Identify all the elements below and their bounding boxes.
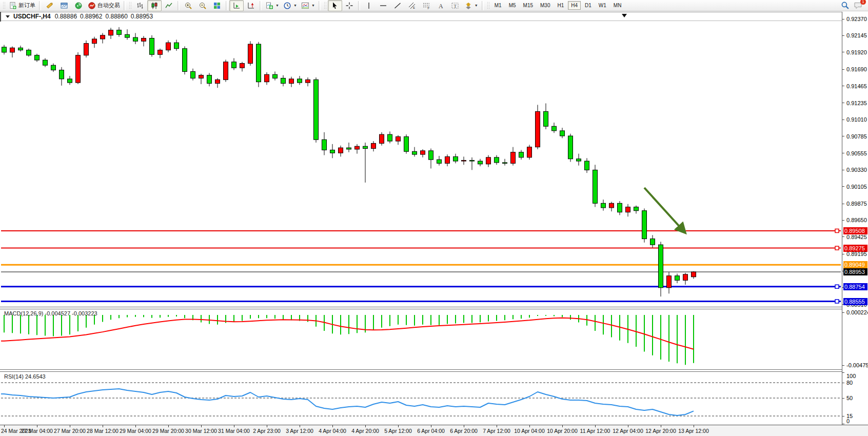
candle-body <box>281 78 286 83</box>
toolbar-separator <box>124 1 126 10</box>
trendline-tool-button[interactable] <box>390 0 405 11</box>
bar-chart-button[interactable] <box>133 0 147 11</box>
zoom-in-button[interactable] <box>181 0 195 11</box>
time-axis[interactable]: 24 Mar 202327 Mar 04:0027 Mar 20:0028 Ma… <box>0 425 868 436</box>
search-icon[interactable] <box>841 1 850 10</box>
time-axis-tick <box>595 425 596 427</box>
chart-shift-marker[interactable] <box>622 14 627 17</box>
candle <box>404 134 409 154</box>
timeframe-m30-button[interactable]: M30 <box>537 1 553 10</box>
timeframe-h1-button[interactable]: H1 <box>554 1 567 10</box>
cursor-button[interactable] <box>328 0 342 11</box>
candle <box>84 41 89 57</box>
arrows-tool-button[interactable]: ▼ <box>462 0 480 11</box>
auto-scroll-button[interactable] <box>229 0 244 11</box>
chevron-down-icon: ▼ <box>293 4 297 7</box>
text-label-tool-button[interactable]: T <box>448 0 462 11</box>
time-axis-label: 29 Mar 04:00 <box>120 428 151 434</box>
price-axis[interactable]: 0.923700.921450.919200.916900.914650.912… <box>842 12 868 425</box>
candle-body <box>174 43 179 49</box>
candle-body <box>462 161 466 161</box>
market-watch-button[interactable] <box>57 0 71 11</box>
macd-axis-tick <box>842 365 844 366</box>
timeframe-m1-button[interactable]: M1 <box>491 1 505 10</box>
periods-button[interactable]: ▼ <box>281 0 299 11</box>
toolbar-separator <box>226 1 228 10</box>
candle-body <box>388 134 392 141</box>
templates-button[interactable]: ▼ <box>299 0 317 11</box>
toolbar-grip[interactable] <box>324 2 326 10</box>
candle <box>224 60 228 82</box>
line-anchor-marker[interactable] <box>835 246 839 250</box>
autotrading-button[interactable]: 自动交易 <box>86 0 122 11</box>
crosshair-button[interactable] <box>342 0 357 11</box>
price-axis-tick-label: 0.90105 <box>846 184 867 190</box>
time-axis-label: 13 Apr 12:00 <box>678 428 709 434</box>
timeframe-mn-button[interactable]: MN <box>610 1 625 10</box>
candle-body <box>142 38 146 42</box>
horizontal-line-tool-button[interactable] <box>376 0 390 11</box>
rsi-axis-tick <box>842 398 844 399</box>
time-axis-tick <box>332 425 333 427</box>
time-axis-tick <box>168 425 169 427</box>
time-axis-label: 4 Apr 04:00 <box>319 428 346 434</box>
text-tool-button[interactable]: A <box>433 0 448 11</box>
ohlc-high: 0.88962 <box>80 13 102 20</box>
trend-arrow-annotation[interactable] <box>644 188 684 232</box>
macd-value-signal: -0.003223 <box>72 310 97 316</box>
candle-body <box>150 38 154 55</box>
notifications-button[interactable]: 1 <box>854 1 863 10</box>
candle <box>109 28 113 39</box>
timeframe-d1-button[interactable]: D1 <box>582 1 595 10</box>
indicators-button[interactable]: ▼ <box>263 0 281 11</box>
candle-body <box>76 55 81 83</box>
rsi-level-label: 0 <box>846 418 850 424</box>
candle <box>68 76 72 85</box>
line-anchor-marker[interactable] <box>835 229 839 232</box>
candle-body <box>2 47 7 52</box>
ohlc-open: 0.88886 <box>55 13 77 20</box>
signals-button[interactable] <box>71 0 86 11</box>
price-axis-tick <box>842 86 844 86</box>
candle-body <box>593 170 598 203</box>
chevron-down-icon[interactable] <box>6 15 10 18</box>
line-anchor-marker[interactable] <box>835 285 839 288</box>
price-axis-tick-label: 0.92370 <box>846 16 867 22</box>
tile-windows-button[interactable] <box>210 0 224 11</box>
toolbar-grip[interactable] <box>3 2 5 10</box>
toolbar-grip[interactable] <box>487 2 489 10</box>
candle <box>675 273 680 283</box>
chart-shift-button[interactable] <box>244 0 258 11</box>
candle-body <box>199 75 204 78</box>
equidistant-channel-tool-button[interactable]: E <box>405 0 419 11</box>
candle-body <box>626 207 630 212</box>
rsi-axis-tick <box>842 372 844 373</box>
line-chart-button[interactable] <box>162 0 176 11</box>
time-axis-tick <box>135 425 136 427</box>
new-order-icon <box>9 2 17 10</box>
vertical-line-tool-button[interactable] <box>362 0 376 11</box>
candlestick-chart-button[interactable] <box>147 0 162 11</box>
candle <box>248 41 253 66</box>
candle-body <box>183 49 187 72</box>
price-axis-tick <box>842 120 844 120</box>
profiles-button[interactable] <box>43 0 57 11</box>
candle <box>174 39 179 51</box>
fibonacci-tool-button[interactable]: F <box>419 0 433 11</box>
rsi-axis-tick <box>842 383 844 383</box>
timeframe-m5-button[interactable]: M5 <box>506 1 519 10</box>
candle-body <box>215 80 220 83</box>
timeframe-w1-button[interactable]: W1 <box>596 1 609 10</box>
timeframe-h4-button[interactable]: H4 <box>568 1 581 10</box>
timeframe-m15-button[interactable]: M15 <box>520 1 536 10</box>
candle <box>503 159 507 166</box>
candle <box>18 46 23 52</box>
candle-body <box>166 43 171 50</box>
macd-axis-tick-label: 0.000224 <box>846 309 868 315</box>
line-anchor-marker[interactable] <box>835 300 839 303</box>
new-order-button[interactable]: 新订单 <box>7 0 37 11</box>
toolbar-grip[interactable] <box>129 2 131 10</box>
time-axis-label: 27 Mar 20:00 <box>54 428 86 434</box>
candle <box>486 155 491 167</box>
zoom-out-button[interactable] <box>195 0 210 11</box>
